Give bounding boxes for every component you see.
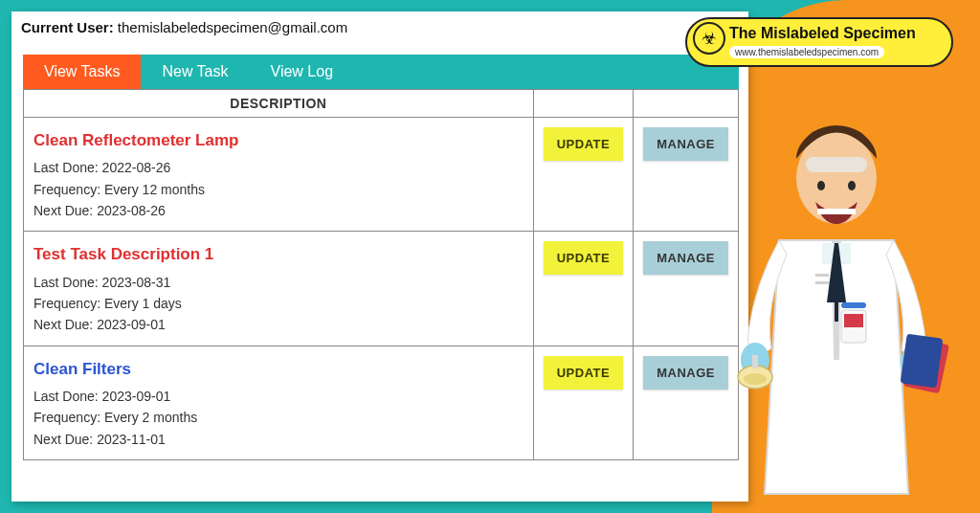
update-button[interactable]: UPDATE <box>544 127 623 161</box>
update-button[interactable]: UPDATE <box>544 241 623 275</box>
svg-point-2 <box>817 181 825 190</box>
task-next-due: Next Due: 2023-08-26 <box>33 200 523 221</box>
svg-rect-1 <box>806 157 867 172</box>
current-user-email: themislabeledspecimen@gmail.com <box>118 19 347 35</box>
svg-rect-18 <box>815 281 829 284</box>
task-next-due: Next Due: 2023-09-01 <box>33 314 523 335</box>
task-frequency: Frequency: Every 12 months <box>33 179 523 200</box>
svg-rect-17 <box>815 274 829 277</box>
svg-point-3 <box>848 181 856 190</box>
tab-bar: View Tasks New Task View Log <box>23 55 739 89</box>
tab-view-log[interactable]: View Log <box>250 55 355 89</box>
task-title[interactable]: Clean Reflectometer Lamp <box>33 127 523 153</box>
svg-rect-6 <box>835 264 838 322</box>
svg-rect-13 <box>901 334 944 389</box>
task-title[interactable]: Clean Filters <box>33 356 523 382</box>
tab-new-task[interactable]: New Task <box>141 55 249 89</box>
task-description-cell: Clean Filters Last Done: 2023-09-01 Freq… <box>24 346 534 459</box>
update-button[interactable]: UPDATE <box>544 356 623 390</box>
task-last-done: Last Done: 2023-09-01 <box>33 386 523 407</box>
task-frequency: Frequency: Every 1 days <box>33 293 523 314</box>
svg-rect-4 <box>817 209 856 214</box>
current-user-label: Current User: <box>21 19 114 35</box>
current-user-display: Current User: themislabeledspecimen@gmai… <box>11 11 748 41</box>
task-last-done: Last Done: 2023-08-31 <box>33 272 523 293</box>
svg-rect-15 <box>844 314 863 327</box>
scientist-illustration <box>712 111 961 513</box>
task-description-cell: Test Task Description 1 Last Done: 2023-… <box>24 232 534 346</box>
biohazard-icon: ☣ <box>693 22 725 55</box>
table-row: Clean Filters Last Done: 2023-09-01 Freq… <box>24 346 739 459</box>
task-last-done: Last Done: 2022-08-26 <box>33 157 523 178</box>
column-header-description: DESCRIPTION <box>24 90 534 118</box>
brand-logo-pill[interactable]: ☣ The Mislabeled Specimen www.themislabe… <box>685 17 953 67</box>
task-description-cell: Clean Reflectometer Lamp Last Done: 2022… <box>24 118 534 232</box>
app-window: Current User: themislabeledspecimen@gmai… <box>11 11 748 502</box>
brand-url: www.themislabeledspecimen.com <box>729 46 884 58</box>
svg-rect-16 <box>841 302 866 308</box>
task-title[interactable]: Test Task Description 1 <box>33 241 523 267</box>
brand-title: The Mislabeled Specimen <box>729 25 938 42</box>
task-frequency: Frequency: Every 2 months <box>33 407 523 428</box>
column-header-update <box>533 90 633 118</box>
tab-view-tasks[interactable]: View Tasks <box>23 55 141 89</box>
task-table: DESCRIPTION Clean Reflectometer Lamp Las… <box>23 89 739 460</box>
table-row: Clean Reflectometer Lamp Last Done: 2022… <box>24 118 739 232</box>
table-row: Test Task Description 1 Last Done: 2023-… <box>24 232 739 346</box>
svg-point-9 <box>744 373 767 385</box>
task-next-due: Next Due: 2023-11-01 <box>33 429 523 450</box>
svg-rect-10 <box>752 355 758 368</box>
